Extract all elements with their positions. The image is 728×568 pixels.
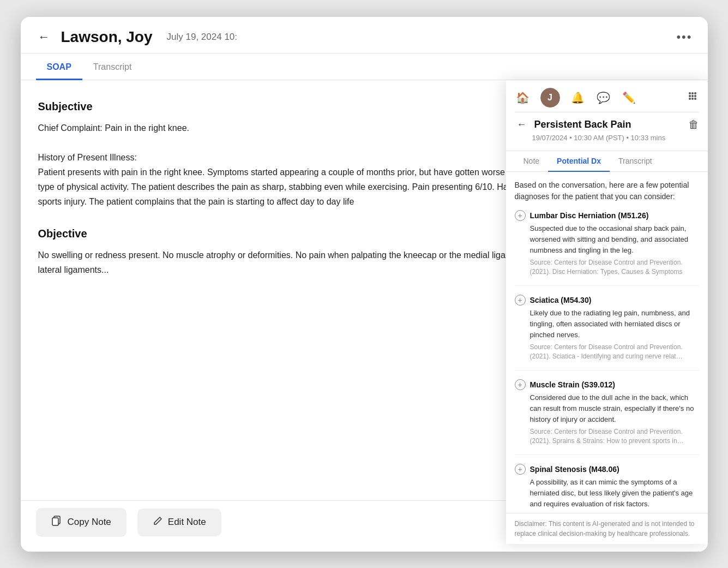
svg-point-0 (689, 92, 691, 94)
main-tabs: SOAP Transcript (21, 53, 708, 80)
dx-source-2: Source: Centers for Disease Control and … (515, 343, 699, 361)
dx-title-3: Muscle Strain (S39.012) (530, 380, 615, 389)
header: ← Lawson, Joy July 19, 2024 10: ••• (21, 17, 708, 53)
dx-source-3: Source: Centers for Disease Control and … (515, 427, 699, 446)
panel-tab-transcript[interactable]: Transcript (610, 151, 661, 172)
dx-add-icon-1[interactable]: + (515, 210, 526, 221)
panel-overlay: 🏠 J 🔔 💬 ✏️ (506, 80, 708, 544)
app-window: ← Lawson, Joy July 19, 2024 10: ••• SOAP… (21, 17, 708, 552)
tab-soap[interactable]: SOAP (36, 53, 82, 80)
dx-add-icon-3[interactable]: + (515, 379, 526, 390)
grid-icon (687, 91, 698, 101)
dx-item-1: + Lumbar Disc Herniation (M51.26) Suspec… (515, 210, 699, 286)
dx-title-row-4: + Spinal Stenosis (M48.06) (515, 464, 699, 475)
avatar: J (540, 88, 560, 107)
svg-point-6 (689, 98, 691, 100)
pen-icon-button[interactable]: ✏️ (621, 90, 637, 105)
edit-note-button[interactable]: Edit Note (137, 509, 221, 536)
more-button[interactable]: ••• (676, 30, 692, 44)
avatar-button[interactable]: J (540, 88, 560, 107)
svg-point-5 (694, 95, 696, 97)
dx-item-2: + Sciatica (M54.30) Likely due to the ra… (515, 295, 699, 370)
dx-title-row-2: + Sciatica (M54.30) (515, 295, 699, 306)
chat-icon-button[interactable]: 💬 (595, 90, 611, 105)
dx-item-3: + Muscle Strain (S39.012) Considered due… (515, 379, 699, 455)
dx-title-row-3: + Muscle Strain (S39.012) (515, 379, 699, 390)
dx-desc-3: Considered due to the dull ache in the b… (515, 392, 699, 425)
panel-header: 🏠 J 🔔 💬 ✏️ (506, 80, 708, 151)
svg-point-2 (694, 92, 696, 94)
edit-note-label: Edit Note (168, 517, 206, 528)
dx-source-1: Source: Centers for Disease Control and … (515, 258, 699, 277)
panel-title: Persistent Back Pain (534, 119, 683, 130)
dx-desc-4: A possibility, as it can mimic the sympt… (515, 477, 699, 510)
edit-icon (153, 516, 163, 529)
patient-name: Lawson, Joy (61, 28, 153, 46)
panel-tab-note[interactable]: Note (515, 151, 549, 172)
tab-transcript[interactable]: Transcript (82, 53, 143, 80)
copy-note-label: Copy Note (68, 517, 111, 528)
dx-desc-1: Suspected due to the occasional sharp ba… (515, 223, 699, 256)
svg-point-8 (694, 98, 696, 100)
panel-intro: Based on the conversation, here are a fe… (515, 180, 699, 202)
dx-add-icon-2[interactable]: + (515, 295, 526, 306)
svg-point-7 (691, 98, 694, 100)
svg-point-1 (691, 92, 694, 94)
pen-icon: ✏️ (622, 92, 636, 104)
patient-date: July 19, 2024 10: (167, 32, 237, 43)
panel-top-icons: 🏠 J 🔔 💬 ✏️ (515, 88, 699, 112)
main-content: Subjective Chief Complaint: Pain in the … (21, 80, 708, 544)
panel-delete-button[interactable]: 🗑 (688, 118, 699, 131)
back-button[interactable]: ← (36, 28, 52, 46)
home-icon: 🏠 (516, 92, 530, 104)
panel-content: Based on the conversation, here are a fe… (506, 172, 708, 513)
home-icon-button[interactable]: 🏠 (515, 90, 531, 105)
dx-title-1: Lumbar Disc Herniation (M51.26) (530, 211, 649, 220)
dx-item-4: + Spinal Stenosis (M48.06) A possibility… (515, 464, 699, 513)
panel-disclaimer: Disclaimer: This content is AI-generated… (506, 513, 708, 544)
panel-nav: ← Persistent Back Pain 🗑 (515, 118, 699, 131)
dx-title-row-1: + Lumbar Disc Herniation (M51.26) (515, 210, 699, 221)
panel-tab-potential-dx[interactable]: Potential Dx (548, 151, 610, 172)
svg-rect-10 (52, 518, 58, 525)
panel-tabs: Note Potential Dx Transcript (506, 151, 708, 172)
copy-icon (51, 516, 62, 529)
bell-icon: 🔔 (571, 92, 585, 104)
copy-note-button[interactable]: Copy Note (36, 508, 127, 537)
panel-back-button[interactable]: ← (515, 118, 529, 131)
grid-icon-button[interactable] (686, 89, 699, 105)
dx-desc-2: Likely due to the radiating leg pain, nu… (515, 308, 699, 340)
chat-icon: 💬 (597, 92, 610, 104)
dx-add-icon-4[interactable]: + (515, 464, 526, 475)
panel-subtitle: 19/07/2024 • 10:30 AM (PST) • 10:33 mins (532, 134, 699, 142)
svg-point-3 (689, 95, 691, 97)
bell-icon-button[interactable]: 🔔 (570, 90, 586, 105)
svg-point-4 (691, 95, 694, 97)
dx-title-2: Sciatica (M54.30) (530, 296, 592, 304)
dx-title-4: Spinal Stenosis (M48.06) (530, 465, 619, 474)
